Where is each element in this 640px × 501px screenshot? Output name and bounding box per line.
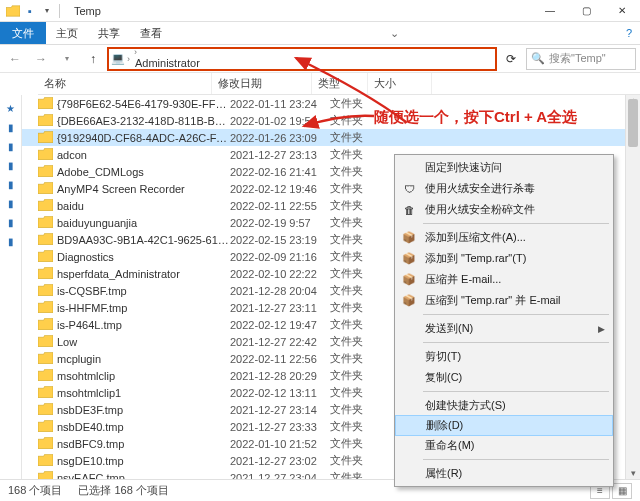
submenu-arrow-icon: ▶ bbox=[598, 324, 605, 334]
folder-icon bbox=[38, 403, 53, 416]
col-date[interactable]: 修改日期 bbox=[212, 73, 312, 94]
menu-rename[interactable]: 重命名(M) bbox=[395, 435, 613, 456]
nav-forward[interactable]: → bbox=[30, 48, 52, 70]
drive-icon[interactable]: ▮ bbox=[8, 179, 14, 190]
drive-icon[interactable]: ▮ bbox=[8, 141, 14, 152]
col-type[interactable]: 类型 bbox=[312, 73, 368, 94]
navbar: ← → ▾ ↑ 💻 › 此电脑›M.2系统盘 (C:)›用户›Administr… bbox=[0, 45, 640, 73]
window-title: Temp bbox=[68, 5, 101, 17]
tab-file[interactable]: 文件 bbox=[0, 22, 46, 44]
tab-view[interactable]: 查看 bbox=[130, 26, 172, 41]
file-date: 2021-12-27 23:02 bbox=[230, 455, 330, 467]
qat-dropdown[interactable]: ▾ bbox=[40, 4, 54, 18]
file-date: 2022-01-11 23:24 bbox=[230, 98, 330, 110]
pc-icon: 💻 bbox=[111, 52, 125, 66]
folder-icon bbox=[38, 250, 53, 263]
file-type: 文件夹 bbox=[330, 198, 386, 213]
file-date: 2022-02-12 19:47 bbox=[230, 319, 330, 331]
context-menu: 固定到快速访问 🛡使用火绒安全进行杀毒 🗑使用火绒安全粉碎文件 📦添加到压缩文件… bbox=[394, 154, 614, 487]
folder-icon bbox=[38, 97, 53, 110]
max-button[interactable]: ▢ bbox=[568, 0, 604, 22]
ribbon: 文件 主页 共享 查看 ⌄ ? bbox=[0, 22, 640, 45]
drive-icon[interactable]: ▮ bbox=[8, 198, 14, 209]
nav-pane[interactable]: ★ ▮ ▮ ▮ ▮ ▮ ▮ ▮ bbox=[0, 95, 22, 483]
quickaccess-icon[interactable]: ★ bbox=[6, 103, 15, 114]
tab-share[interactable]: 共享 bbox=[88, 26, 130, 41]
file-date: 2022-02-15 23:19 bbox=[230, 234, 330, 246]
menu-add-archive[interactable]: 📦添加到压缩文件(A)... bbox=[395, 227, 613, 248]
file-name: Adobe_CDMLogs bbox=[57, 166, 230, 178]
file-date: 2021-12-28 20:29 bbox=[230, 370, 330, 382]
nav-refresh[interactable]: ⟳ bbox=[500, 48, 522, 70]
file-name: {798F6E62-54E6-4179-930E-FFD4F53... bbox=[57, 98, 230, 110]
folder-icon bbox=[38, 420, 53, 433]
nav-up[interactable]: ↑ bbox=[82, 48, 104, 70]
min-button[interactable]: — bbox=[532, 0, 568, 22]
file-name: mcplugin bbox=[57, 353, 230, 365]
breadcrumb[interactable]: 💻 › 此电脑›M.2系统盘 (C:)›用户›Administrator›App… bbox=[108, 48, 496, 70]
file-name: {DBE66AE3-2132-418D-811B-B8D7E... bbox=[57, 115, 230, 127]
menu-compress-email[interactable]: 📦压缩并 E-mail... bbox=[395, 269, 613, 290]
menu-compress-rar-email[interactable]: 📦压缩到 "Temp.rar" 并 E-mail bbox=[395, 290, 613, 311]
menu-cut[interactable]: 剪切(T) bbox=[395, 346, 613, 367]
nav-history[interactable]: ▾ bbox=[56, 48, 78, 70]
scroll-thumb[interactable] bbox=[628, 99, 638, 147]
drive-icon[interactable]: ▮ bbox=[8, 122, 14, 133]
folder-icon bbox=[38, 131, 53, 144]
menu-pin[interactable]: 固定到快速访问 bbox=[395, 157, 613, 178]
archive-icon: 📦 bbox=[401, 251, 417, 267]
file-name: baiduyunguanjia bbox=[57, 217, 230, 229]
file-type: 文件夹 bbox=[330, 419, 386, 434]
file-name: Diagnostics bbox=[57, 251, 230, 263]
menu-huorong-shred[interactable]: 🗑使用火绒安全粉碎文件 bbox=[395, 199, 613, 220]
search-placeholder: 搜索"Temp" bbox=[549, 51, 606, 66]
file-type: 文件夹 bbox=[330, 232, 386, 247]
table-row[interactable]: {9192940D-CF68-4ADC-A26C-FAB274...2022-0… bbox=[22, 129, 640, 146]
drive-icon[interactable]: ▮ bbox=[8, 217, 14, 228]
menu-delete[interactable]: 删除(D) bbox=[395, 415, 613, 436]
folder-icon bbox=[38, 318, 53, 331]
drive-icon[interactable]: ▮ bbox=[8, 236, 14, 247]
view-icons-button[interactable]: ▦ bbox=[612, 483, 632, 499]
file-type: 文件夹 bbox=[330, 385, 386, 400]
menu-send-to[interactable]: 发送到(N)▶ bbox=[395, 318, 613, 339]
file-name: BD9AA93C-9B1A-42C1-9625-6156DA... bbox=[57, 234, 230, 246]
col-name[interactable]: 名称 bbox=[38, 73, 212, 94]
help-icon[interactable]: ? bbox=[618, 27, 640, 39]
search-input[interactable]: 🔍 搜索"Temp" bbox=[526, 48, 636, 70]
folder-icon bbox=[38, 335, 53, 348]
folder-icon bbox=[38, 165, 53, 178]
file-name: AnyMP4 Screen Recorder bbox=[57, 183, 230, 195]
annotation-text: 随便选一个，按下Ctrl + A全选 bbox=[374, 108, 577, 127]
tab-home[interactable]: 主页 bbox=[46, 26, 88, 41]
file-type: 文件夹 bbox=[330, 317, 386, 332]
menu-huorong-scan[interactable]: 🛡使用火绒安全进行杀毒 bbox=[395, 178, 613, 199]
drive-icon[interactable]: ▮ bbox=[8, 160, 14, 171]
file-type: 文件夹 bbox=[330, 402, 386, 417]
folder-icon bbox=[38, 233, 53, 246]
col-size[interactable]: 大小 bbox=[368, 73, 432, 94]
close-button[interactable]: ✕ bbox=[604, 0, 640, 22]
nav-back[interactable]: ← bbox=[4, 48, 26, 70]
menu-add-temp-rar[interactable]: 📦添加到 "Temp.rar"(T) bbox=[395, 248, 613, 269]
folder-icon bbox=[38, 437, 53, 450]
scrollbar[interactable]: ▴ ▾ bbox=[625, 95, 640, 483]
menu-properties[interactable]: 属性(R) bbox=[395, 463, 613, 484]
file-date: 2021-12-27 23:13 bbox=[230, 149, 330, 161]
file-name: baidu bbox=[57, 200, 230, 212]
menu-create-shortcut[interactable]: 创建快捷方式(S) bbox=[395, 395, 613, 416]
file-date: 2022-02-12 13:11 bbox=[230, 387, 330, 399]
menu-copy[interactable]: 复制(C) bbox=[395, 367, 613, 388]
file-type: 文件夹 bbox=[330, 453, 386, 468]
archive-icon: 📦 bbox=[401, 293, 417, 309]
crumb[interactable]: Administrator bbox=[132, 57, 211, 69]
file-date: 2022-01-10 21:52 bbox=[230, 438, 330, 450]
titlebar: ▪ ▾ Temp — ▢ ✕ bbox=[0, 0, 640, 22]
ribbon-expand-icon[interactable]: ⌄ bbox=[382, 27, 407, 40]
search-icon: 🔍 bbox=[531, 52, 545, 65]
folder-icon bbox=[38, 352, 53, 365]
file-date: 2021-12-27 22:42 bbox=[230, 336, 330, 348]
file-type: 文件夹 bbox=[330, 130, 386, 145]
file-type: 文件夹 bbox=[330, 249, 386, 264]
file-name: nsdBFC9.tmp bbox=[57, 438, 230, 450]
